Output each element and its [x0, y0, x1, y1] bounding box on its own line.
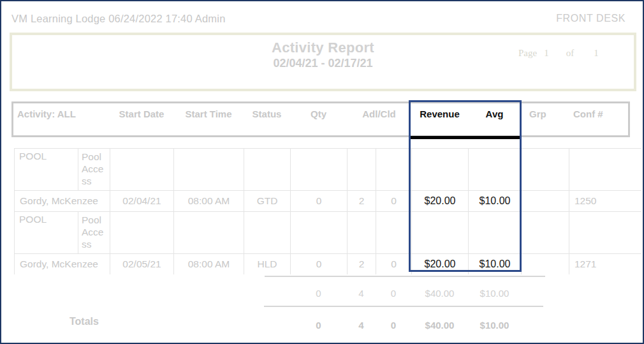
- empty-cell: [469, 212, 522, 254]
- start-time-cell: 08:00 AM: [174, 254, 244, 275]
- col-header-adl-cld: Adl/Cld: [347, 108, 411, 119]
- subtotal-adl: 4: [347, 288, 376, 299]
- empty-cell: [348, 149, 376, 191]
- col-header-start-time: Start Time: [173, 108, 244, 119]
- cld-cell: 0: [376, 191, 412, 212]
- conf-number-cell: 1250: [569, 191, 641, 212]
- grp-cell: [522, 191, 569, 212]
- empty-cell: [569, 212, 641, 254]
- report-date-range: 02/04/21 - 02/17/21: [12, 57, 634, 70]
- empty-cell: [569, 149, 641, 191]
- avg-cell: $10.00: [469, 254, 522, 275]
- subtotal-rule: [265, 276, 545, 277]
- empty-cell: [244, 212, 291, 254]
- report-window: VM Learning Lodge 06/24/2022 17:40 Admin…: [0, 0, 644, 344]
- cld-cell: 0: [376, 254, 412, 275]
- empty-cell: [348, 212, 376, 254]
- total-qty: 0: [290, 320, 347, 331]
- table-row-detail-1: Gordy, McKenzee 02/04/21 08:00 AM GTD 0 …: [15, 191, 641, 212]
- total-adl: 4: [347, 320, 376, 331]
- grp-cell: [522, 254, 569, 275]
- page-total: 1: [594, 48, 599, 58]
- revenue-cell: $20.00: [412, 254, 469, 275]
- start-date-cell: 02/04/21: [110, 191, 174, 212]
- col-header-qty: Qty: [290, 108, 347, 119]
- adl-cell: 2: [348, 191, 376, 212]
- guest-name-cell: Gordy, McKenzee: [15, 191, 110, 212]
- page-number: 1: [544, 48, 549, 58]
- col-header-conf: Conf #: [573, 108, 603, 119]
- empty-cell: [110, 212, 174, 254]
- col-header-avg: Avg: [468, 108, 521, 119]
- table-row-activity-2: POOL Pool Access: [15, 212, 641, 254]
- activity-code-cell: POOL: [15, 212, 78, 254]
- empty-cell: [522, 212, 569, 254]
- total-revenue: $40.00: [411, 320, 468, 331]
- conf-number-cell: 1271: [569, 254, 641, 275]
- empty-cell: [110, 149, 174, 191]
- page-indicator: Page1of1: [518, 48, 599, 59]
- status-cell: GTD: [244, 191, 291, 212]
- empty-cell: [244, 149, 291, 191]
- total-cld: 0: [376, 320, 411, 331]
- of-label: of: [566, 48, 574, 58]
- revenue-cell: $20.00: [412, 191, 469, 212]
- grand-total-rule: [264, 306, 543, 307]
- activity-table: POOL Pool Access Gordy, McKenzee 02/04/2…: [14, 148, 641, 274]
- empty-cell: [412, 212, 469, 254]
- empty-cell: [469, 149, 522, 191]
- activity-code-cell: POOL: [15, 149, 78, 191]
- col-header-start-date: Start Date: [110, 108, 173, 119]
- subtotal-avg: $10.00: [468, 288, 521, 299]
- status-cell: HLD: [244, 254, 291, 275]
- empty-cell: [174, 149, 244, 191]
- empty-cell: [174, 212, 244, 254]
- start-time-cell: 08:00 AM: [174, 191, 244, 212]
- subtotal-qty: 0: [290, 288, 347, 299]
- empty-cell: [291, 149, 348, 191]
- empty-cell: [376, 212, 412, 254]
- empty-cell: [522, 149, 569, 191]
- column-header-bar: [11, 101, 630, 137]
- empty-cell: [376, 149, 412, 191]
- subtotal-revenue: $40.00: [411, 288, 468, 299]
- col-header-activity: Activity: ALL: [17, 108, 76, 119]
- module-label: FRONT DESK: [556, 13, 626, 24]
- col-header-status: Status: [244, 108, 290, 119]
- app-context-label: VM Learning Lodge 06/24/2022 17:40 Admin: [11, 13, 226, 25]
- adl-cell: 2: [348, 254, 376, 275]
- qty-cell: 0: [291, 254, 348, 275]
- start-date-cell: 02/05/21: [110, 254, 174, 275]
- totals-label: Totals: [70, 316, 99, 327]
- col-header-revenue: Revenue: [411, 108, 468, 119]
- qty-cell: 0: [291, 191, 348, 212]
- empty-cell: [412, 149, 469, 191]
- activity-name-cell: Pool Access: [78, 212, 110, 254]
- guest-name-cell: Gordy, McKenzee: [15, 254, 110, 275]
- subtotal-cld: 0: [376, 288, 411, 299]
- activity-name-cell: Pool Access: [78, 149, 110, 191]
- col-header-grp: Grp: [529, 108, 546, 119]
- avg-cell: $10.00: [469, 191, 522, 212]
- total-avg: $10.00: [468, 320, 521, 331]
- page-label: Page: [518, 48, 537, 58]
- table-row-detail-2: Gordy, McKenzee 02/05/21 08:00 AM HLD 0 …: [15, 254, 641, 275]
- empty-cell: [291, 212, 348, 254]
- report-title-box: Activity Report 02/04/21 - 02/17/21 Page…: [10, 33, 636, 91]
- table-row-activity-1: POOL Pool Access: [15, 149, 641, 191]
